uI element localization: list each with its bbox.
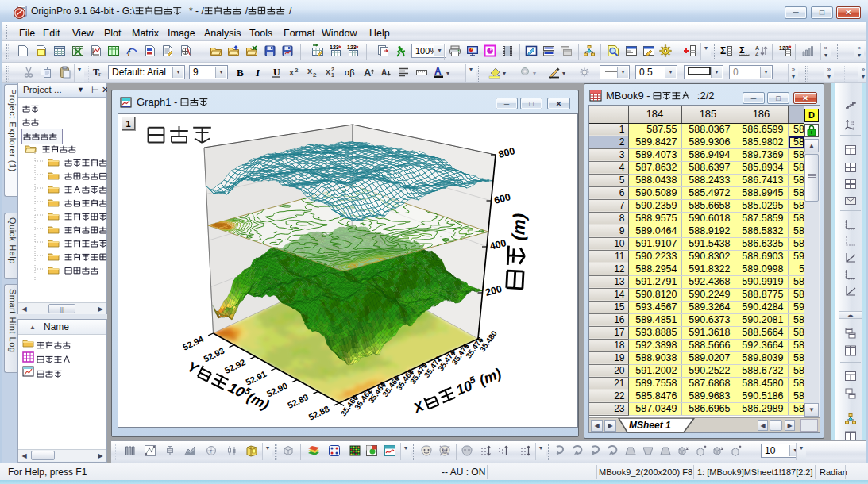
svg-text:(m): (m) xyxy=(508,213,530,240)
svg-text:Z: Z xyxy=(755,51,759,56)
svg-text:Σ: Σ xyxy=(720,45,726,56)
svg-text:f: f xyxy=(128,47,132,56)
svg-text:2: 2 xyxy=(295,67,299,74)
svg-text:B: B xyxy=(237,67,244,79)
svg-text:2: 2 xyxy=(331,67,334,72)
svg-text:αβ: αβ xyxy=(345,67,355,77)
svg-text:U: U xyxy=(273,67,280,78)
svg-text:A: A xyxy=(755,45,759,51)
svg-text:r: r xyxy=(98,70,101,78)
svg-text:I: I xyxy=(255,67,260,79)
svg-text:r: r xyxy=(210,448,212,455)
svg-text:Σ: Σ xyxy=(739,45,745,55)
svg-text:2: 2 xyxy=(313,71,317,79)
svg-text:A: A xyxy=(381,68,387,77)
svg-text:x: x xyxy=(289,67,295,77)
svg-text:A: A xyxy=(434,66,442,77)
svg-text:x: x xyxy=(307,66,313,75)
svg-text:A: A xyxy=(364,67,372,79)
svg-text:x: x xyxy=(326,67,331,76)
svg-text:1: 1 xyxy=(331,72,334,78)
